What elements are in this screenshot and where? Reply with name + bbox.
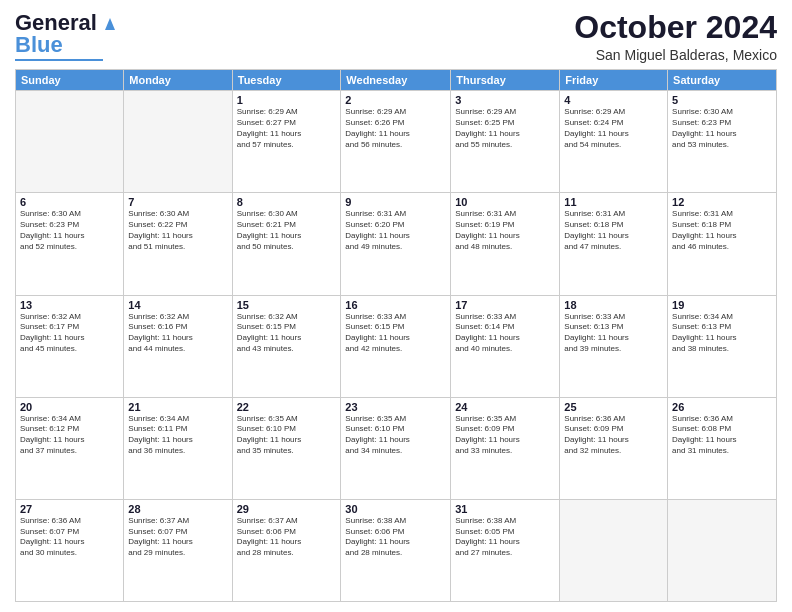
- subtitle: San Miguel Balderas, Mexico: [574, 47, 777, 63]
- col-friday: Friday: [560, 70, 668, 91]
- calendar-cell: 30Sunrise: 6:38 AM Sunset: 6:06 PM Dayli…: [341, 499, 451, 601]
- day-info: Sunrise: 6:31 AM Sunset: 6:19 PM Dayligh…: [455, 209, 555, 252]
- calendar-cell: 23Sunrise: 6:35 AM Sunset: 6:10 PM Dayli…: [341, 397, 451, 499]
- day-info: Sunrise: 6:30 AM Sunset: 6:23 PM Dayligh…: [20, 209, 119, 252]
- day-info: Sunrise: 6:30 AM Sunset: 6:23 PM Dayligh…: [672, 107, 772, 150]
- col-sunday: Sunday: [16, 70, 124, 91]
- day-info: Sunrise: 6:35 AM Sunset: 6:09 PM Dayligh…: [455, 414, 555, 457]
- calendar-week-4: 27Sunrise: 6:36 AM Sunset: 6:07 PM Dayli…: [16, 499, 777, 601]
- day-info: Sunrise: 6:38 AM Sunset: 6:06 PM Dayligh…: [345, 516, 446, 559]
- calendar-header-row: Sunday Monday Tuesday Wednesday Thursday…: [16, 70, 777, 91]
- calendar-cell: [668, 499, 777, 601]
- calendar-week-1: 6Sunrise: 6:30 AM Sunset: 6:23 PM Daylig…: [16, 193, 777, 295]
- day-number: 18: [564, 299, 663, 311]
- title-block: October 2024 San Miguel Balderas, Mexico: [574, 10, 777, 63]
- day-info: Sunrise: 6:31 AM Sunset: 6:20 PM Dayligh…: [345, 209, 446, 252]
- day-info: Sunrise: 6:29 AM Sunset: 6:25 PM Dayligh…: [455, 107, 555, 150]
- day-info: Sunrise: 6:32 AM Sunset: 6:17 PM Dayligh…: [20, 312, 119, 355]
- day-info: Sunrise: 6:31 AM Sunset: 6:18 PM Dayligh…: [672, 209, 772, 252]
- day-number: 11: [564, 196, 663, 208]
- day-info: Sunrise: 6:35 AM Sunset: 6:10 PM Dayligh…: [345, 414, 446, 457]
- day-number: 16: [345, 299, 446, 311]
- calendar-cell: [16, 91, 124, 193]
- day-info: Sunrise: 6:38 AM Sunset: 6:05 PM Dayligh…: [455, 516, 555, 559]
- calendar-cell: 3Sunrise: 6:29 AM Sunset: 6:25 PM Daylig…: [451, 91, 560, 193]
- calendar-table: Sunday Monday Tuesday Wednesday Thursday…: [15, 69, 777, 602]
- day-number: 19: [672, 299, 772, 311]
- calendar-cell: 7Sunrise: 6:30 AM Sunset: 6:22 PM Daylig…: [124, 193, 232, 295]
- calendar-week-2: 13Sunrise: 6:32 AM Sunset: 6:17 PM Dayli…: [16, 295, 777, 397]
- day-number: 8: [237, 196, 337, 208]
- day-number: 13: [20, 299, 119, 311]
- col-thursday: Thursday: [451, 70, 560, 91]
- calendar-cell: 4Sunrise: 6:29 AM Sunset: 6:24 PM Daylig…: [560, 91, 668, 193]
- day-number: 2: [345, 94, 446, 106]
- calendar-cell: 8Sunrise: 6:30 AM Sunset: 6:21 PM Daylig…: [232, 193, 341, 295]
- calendar-cell: 18Sunrise: 6:33 AM Sunset: 6:13 PM Dayli…: [560, 295, 668, 397]
- day-number: 20: [20, 401, 119, 413]
- day-number: 27: [20, 503, 119, 515]
- calendar-cell: 16Sunrise: 6:33 AM Sunset: 6:15 PM Dayli…: [341, 295, 451, 397]
- day-info: Sunrise: 6:33 AM Sunset: 6:15 PM Dayligh…: [345, 312, 446, 355]
- calendar-cell: 26Sunrise: 6:36 AM Sunset: 6:08 PM Dayli…: [668, 397, 777, 499]
- main-title: October 2024: [574, 10, 777, 45]
- calendar-cell: 13Sunrise: 6:32 AM Sunset: 6:17 PM Dayli…: [16, 295, 124, 397]
- col-saturday: Saturday: [668, 70, 777, 91]
- day-info: Sunrise: 6:32 AM Sunset: 6:16 PM Dayligh…: [128, 312, 227, 355]
- calendar-cell: 19Sunrise: 6:34 AM Sunset: 6:13 PM Dayli…: [668, 295, 777, 397]
- calendar-cell: 24Sunrise: 6:35 AM Sunset: 6:09 PM Dayli…: [451, 397, 560, 499]
- day-info: Sunrise: 6:36 AM Sunset: 6:07 PM Dayligh…: [20, 516, 119, 559]
- calendar-cell: 29Sunrise: 6:37 AM Sunset: 6:06 PM Dayli…: [232, 499, 341, 601]
- logo: General Blue: [15, 10, 121, 61]
- day-number: 1: [237, 94, 337, 106]
- day-number: 12: [672, 196, 772, 208]
- calendar-cell: 21Sunrise: 6:34 AM Sunset: 6:11 PM Dayli…: [124, 397, 232, 499]
- calendar-cell: 27Sunrise: 6:36 AM Sunset: 6:07 PM Dayli…: [16, 499, 124, 601]
- day-number: 9: [345, 196, 446, 208]
- day-info: Sunrise: 6:37 AM Sunset: 6:07 PM Dayligh…: [128, 516, 227, 559]
- day-number: 24: [455, 401, 555, 413]
- day-number: 29: [237, 503, 337, 515]
- calendar-cell: 22Sunrise: 6:35 AM Sunset: 6:10 PM Dayli…: [232, 397, 341, 499]
- calendar-cell: 12Sunrise: 6:31 AM Sunset: 6:18 PM Dayli…: [668, 193, 777, 295]
- calendar-cell: 25Sunrise: 6:36 AM Sunset: 6:09 PM Dayli…: [560, 397, 668, 499]
- day-number: 26: [672, 401, 772, 413]
- day-info: Sunrise: 6:36 AM Sunset: 6:08 PM Dayligh…: [672, 414, 772, 457]
- day-info: Sunrise: 6:29 AM Sunset: 6:27 PM Dayligh…: [237, 107, 337, 150]
- day-number: 22: [237, 401, 337, 413]
- calendar-cell: 2Sunrise: 6:29 AM Sunset: 6:26 PM Daylig…: [341, 91, 451, 193]
- logo-triangle-icon: [99, 12, 121, 34]
- day-number: 23: [345, 401, 446, 413]
- day-number: 5: [672, 94, 772, 106]
- col-monday: Monday: [124, 70, 232, 91]
- day-info: Sunrise: 6:37 AM Sunset: 6:06 PM Dayligh…: [237, 516, 337, 559]
- calendar-cell: 15Sunrise: 6:32 AM Sunset: 6:15 PM Dayli…: [232, 295, 341, 397]
- day-info: Sunrise: 6:32 AM Sunset: 6:15 PM Dayligh…: [237, 312, 337, 355]
- calendar-cell: 5Sunrise: 6:30 AM Sunset: 6:23 PM Daylig…: [668, 91, 777, 193]
- day-number: 15: [237, 299, 337, 311]
- day-number: 17: [455, 299, 555, 311]
- day-info: Sunrise: 6:29 AM Sunset: 6:26 PM Dayligh…: [345, 107, 446, 150]
- col-wednesday: Wednesday: [341, 70, 451, 91]
- day-info: Sunrise: 6:30 AM Sunset: 6:22 PM Dayligh…: [128, 209, 227, 252]
- day-info: Sunrise: 6:34 AM Sunset: 6:13 PM Dayligh…: [672, 312, 772, 355]
- calendar-week-3: 20Sunrise: 6:34 AM Sunset: 6:12 PM Dayli…: [16, 397, 777, 499]
- calendar-cell: 10Sunrise: 6:31 AM Sunset: 6:19 PM Dayli…: [451, 193, 560, 295]
- day-info: Sunrise: 6:29 AM Sunset: 6:24 PM Dayligh…: [564, 107, 663, 150]
- calendar-cell: 31Sunrise: 6:38 AM Sunset: 6:05 PM Dayli…: [451, 499, 560, 601]
- day-number: 10: [455, 196, 555, 208]
- day-number: 6: [20, 196, 119, 208]
- day-info: Sunrise: 6:30 AM Sunset: 6:21 PM Dayligh…: [237, 209, 337, 252]
- day-info: Sunrise: 6:34 AM Sunset: 6:11 PM Dayligh…: [128, 414, 227, 457]
- day-info: Sunrise: 6:33 AM Sunset: 6:13 PM Dayligh…: [564, 312, 663, 355]
- calendar-cell: 11Sunrise: 6:31 AM Sunset: 6:18 PM Dayli…: [560, 193, 668, 295]
- calendar-cell: [560, 499, 668, 601]
- day-number: 21: [128, 401, 227, 413]
- day-number: 7: [128, 196, 227, 208]
- day-number: 14: [128, 299, 227, 311]
- calendar-cell: 1Sunrise: 6:29 AM Sunset: 6:27 PM Daylig…: [232, 91, 341, 193]
- day-info: Sunrise: 6:31 AM Sunset: 6:18 PM Dayligh…: [564, 209, 663, 252]
- calendar-week-0: 1Sunrise: 6:29 AM Sunset: 6:27 PM Daylig…: [16, 91, 777, 193]
- calendar-cell: [124, 91, 232, 193]
- day-number: 28: [128, 503, 227, 515]
